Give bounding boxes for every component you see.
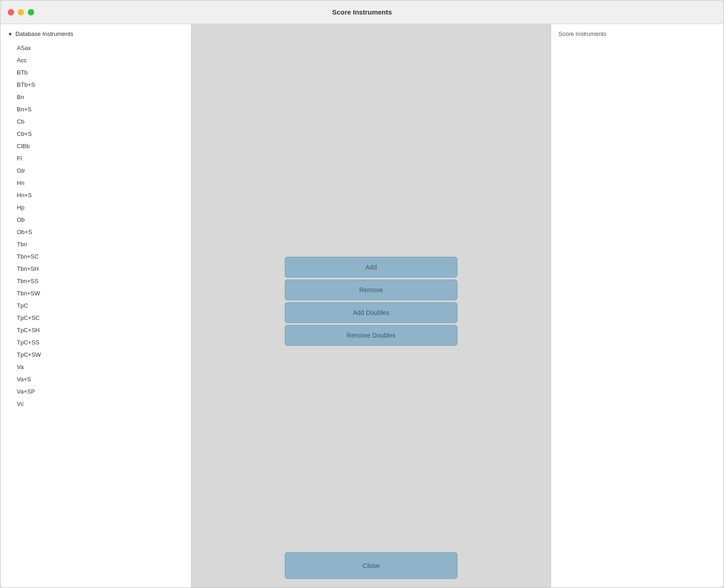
list-item[interactable]: Bn xyxy=(0,91,191,103)
action-buttons-group: Add Remove Add Doubles Remove Doubles xyxy=(285,257,458,346)
remove-button[interactable]: Remove xyxy=(285,279,458,300)
list-item[interactable]: Tbn+SW xyxy=(0,287,191,299)
middle-panel: Add Remove Add Doubles Remove Doubles Cl… xyxy=(191,24,551,588)
list-item[interactable]: ClBb xyxy=(0,140,191,152)
window-title: Score Instruments xyxy=(332,8,392,16)
list-item[interactable]: Fl xyxy=(0,152,191,164)
database-instruments-header: ▼ Database Instruments xyxy=(0,24,191,42)
close-window-button[interactable] xyxy=(8,9,14,15)
list-item[interactable]: Ob+S xyxy=(0,226,191,238)
list-item[interactable]: BTb+S xyxy=(0,79,191,91)
score-instruments-header: Score Instruments xyxy=(558,30,607,37)
list-item[interactable]: Ob xyxy=(0,214,191,226)
list-item[interactable]: BTb xyxy=(0,66,191,79)
list-item[interactable]: TpC+SC xyxy=(0,312,191,324)
close-button[interactable]: Close xyxy=(285,552,458,579)
title-bar: Score Instruments xyxy=(0,0,724,24)
list-item[interactable]: Tbn xyxy=(0,238,191,250)
list-item[interactable]: Va+SP xyxy=(0,385,191,398)
list-item[interactable]: Va xyxy=(0,361,191,373)
list-item[interactable]: TpC xyxy=(0,299,191,312)
list-item[interactable]: Cb+S xyxy=(0,128,191,140)
list-item[interactable]: Tbn+SS xyxy=(0,275,191,287)
list-item[interactable]: Va+S xyxy=(0,373,191,385)
list-item[interactable]: TpC+SS xyxy=(0,336,191,349)
list-item[interactable]: Hn xyxy=(0,177,191,189)
list-item[interactable]: TpC+SH xyxy=(0,324,191,336)
main-window: Score Instruments ▼ Database Instruments… xyxy=(0,0,724,588)
window-controls xyxy=(8,9,34,15)
right-panel: Score Instruments xyxy=(551,24,724,588)
content-area: ▼ Database Instruments ASaxAccBTbBTb+SBn… xyxy=(0,24,724,588)
remove-doubles-button[interactable]: Remove Doubles xyxy=(285,325,458,346)
list-item[interactable]: Cb xyxy=(0,115,191,128)
instrument-list: ASaxAccBTbBTb+SBnBn+SCbCb+SClBbFlGtrHnHn… xyxy=(0,42,191,410)
list-item[interactable]: Gtr xyxy=(0,164,191,177)
list-item[interactable]: Acc xyxy=(0,54,191,66)
list-item[interactable]: Hp xyxy=(0,201,191,214)
list-item[interactable]: Bn+S xyxy=(0,103,191,115)
list-item[interactable]: TpC+SW xyxy=(0,349,191,361)
left-panel: ▼ Database Instruments ASaxAccBTbBTb+SBn… xyxy=(0,24,191,588)
add-button[interactable]: Add xyxy=(285,257,458,278)
list-item[interactable]: ASax xyxy=(0,42,191,54)
list-item[interactable]: Tbn+SC xyxy=(0,250,191,263)
list-item[interactable]: Tbn+SH xyxy=(0,263,191,275)
add-doubles-button[interactable]: Add Doubles xyxy=(285,302,458,323)
chevron-down-icon: ▼ xyxy=(8,31,13,37)
maximize-window-button[interactable] xyxy=(28,9,34,15)
minimize-window-button[interactable] xyxy=(18,9,24,15)
list-item[interactable]: Hn+S xyxy=(0,189,191,201)
list-item[interactable]: Vc xyxy=(0,398,191,410)
